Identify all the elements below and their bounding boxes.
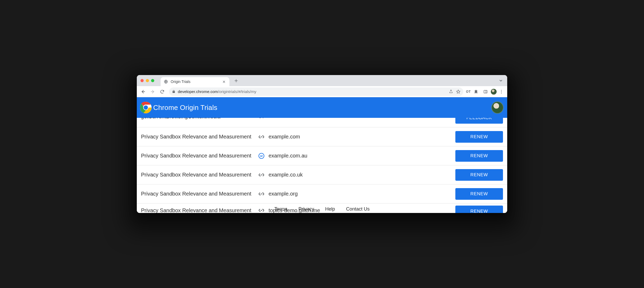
tabs-dropdown-icon[interactable] bbox=[497, 77, 505, 84]
renew-button[interactable]: RENEW bbox=[455, 188, 503, 200]
svg-point-3 bbox=[501, 91, 502, 92]
star-icon[interactable] bbox=[456, 89, 461, 94]
renew-button[interactable]: RENEW bbox=[455, 150, 503, 162]
trial-origin: example.co.uk bbox=[269, 172, 455, 178]
tab-title: Origin Trials bbox=[171, 80, 191, 84]
tab-strip: Origin Trials bbox=[137, 75, 507, 86]
kebab-menu-icon[interactable] bbox=[498, 88, 505, 95]
renew-button[interactable]: RENEW bbox=[455, 169, 503, 181]
extensions-icon[interactable] bbox=[472, 87, 480, 96]
profile-avatar[interactable] bbox=[491, 89, 497, 95]
reload-button[interactable] bbox=[158, 87, 166, 96]
trial-row[interactable]: Privacy Sandbox Relevance and Measuremen… bbox=[137, 127, 507, 146]
address-bar[interactable]: developer.chrome.com/origintrials/#/tria… bbox=[169, 87, 463, 96]
trial-row[interactable]: Privacy Sandbox Relevance and Measuremen… bbox=[137, 184, 507, 203]
trial-name: Privacy Sandbox Relevance and Measuremen… bbox=[141, 207, 257, 213]
trial-name: Privacy Sandbox Relevance and Measuremen… bbox=[141, 134, 257, 140]
trials-list: getCurrentBrowsingContextMedia FEEDBACK … bbox=[137, 118, 507, 213]
trial-name: Privacy Sandbox Relevance and Measuremen… bbox=[141, 172, 257, 178]
link-icon bbox=[257, 207, 265, 213]
share-icon[interactable] bbox=[449, 89, 453, 94]
account-avatar[interactable] bbox=[491, 101, 504, 114]
renew-button[interactable]: RENEW bbox=[455, 131, 503, 143]
third-party-icon: 3P bbox=[257, 153, 265, 159]
svg-point-4 bbox=[501, 92, 502, 93]
trial-origin: example.org bbox=[269, 191, 455, 197]
footer-contact[interactable]: Contact Us bbox=[346, 206, 370, 212]
browser-window: Origin Trials developer.chrome.com bbox=[137, 75, 507, 213]
forward-button[interactable] bbox=[148, 87, 157, 96]
trial-name: Privacy Sandbox Relevance and Measuremen… bbox=[141, 191, 257, 197]
trial-row[interactable]: Privacy Sandbox Relevance and Measuremen… bbox=[137, 203, 507, 211]
maximize-window-icon[interactable] bbox=[151, 79, 154, 82]
site-header: Chrome Origin Trials bbox=[137, 97, 507, 118]
url-text: developer.chrome.com/origintrials/#/tria… bbox=[178, 89, 256, 94]
new-tab-button[interactable] bbox=[232, 77, 240, 85]
link-icon bbox=[257, 172, 265, 178]
tab-origin-trials[interactable]: Origin Trials bbox=[161, 77, 229, 86]
trial-origin: example.com.au bbox=[269, 153, 455, 159]
renew-button[interactable]: RENEW bbox=[455, 206, 503, 213]
svg-point-2 bbox=[501, 90, 502, 91]
feedback-button[interactable]: FEEDBACK bbox=[455, 118, 503, 124]
link-icon bbox=[257, 134, 265, 140]
trial-name: Privacy Sandbox Relevance and Measuremen… bbox=[141, 153, 257, 159]
footer-terms[interactable]: Terms bbox=[274, 206, 287, 212]
globe-icon bbox=[164, 80, 168, 84]
trial-row[interactable]: getCurrentBrowsingContextMedia FEEDBACK bbox=[137, 118, 507, 127]
trial-origin: example.com bbox=[269, 134, 455, 140]
footer-help[interactable]: Help bbox=[325, 206, 335, 212]
svg-text:3P: 3P bbox=[260, 155, 263, 157]
trial-row[interactable]: Privacy Sandbox Relevance and Measuremen… bbox=[137, 146, 507, 165]
site-title: Chrome Origin Trials bbox=[153, 104, 217, 112]
back-button[interactable] bbox=[139, 87, 147, 96]
svg-point-7 bbox=[144, 105, 148, 110]
profile-pill[interactable]: OT bbox=[466, 90, 471, 94]
trial-name: getCurrentBrowsingContextMedia bbox=[141, 118, 257, 120]
footer-privacy[interactable]: Privacy bbox=[298, 206, 314, 212]
chrome-logo-icon bbox=[139, 101, 152, 114]
trial-row[interactable]: Privacy Sandbox Relevance and Measuremen… bbox=[137, 165, 507, 184]
link-icon bbox=[257, 118, 265, 120]
lock-icon bbox=[172, 90, 176, 94]
window-controls bbox=[139, 75, 156, 86]
link-icon bbox=[257, 191, 265, 197]
side-panel-icon[interactable] bbox=[481, 87, 490, 96]
close-tab-icon[interactable] bbox=[221, 79, 226, 84]
minimize-window-icon[interactable] bbox=[146, 79, 149, 82]
close-window-icon[interactable] bbox=[140, 79, 144, 82]
svg-rect-1 bbox=[484, 90, 487, 93]
browser-toolbar: developer.chrome.com/origintrials/#/tria… bbox=[137, 86, 507, 97]
